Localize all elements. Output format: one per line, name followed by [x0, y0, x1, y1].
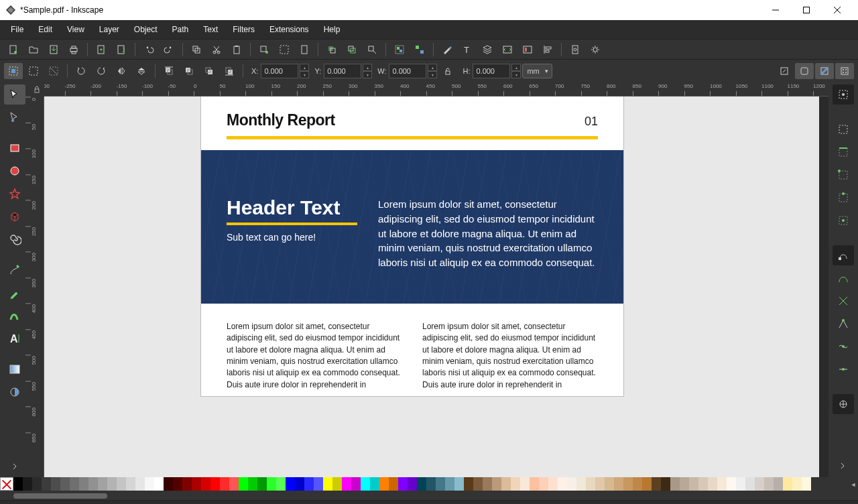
swatch[interactable] — [32, 477, 42, 491]
swatch[interactable] — [802, 477, 811, 491]
swatch[interactable] — [304, 477, 314, 491]
menu-view[interactable]: View — [60, 22, 91, 37]
swatch[interactable] — [736, 477, 745, 491]
swatch[interactable] — [539, 477, 548, 491]
spiral-tool[interactable] — [4, 229, 25, 249]
close-button[interactable] — [822, 0, 853, 20]
swatch[interactable] — [42, 477, 51, 491]
flip-h-button[interactable] — [112, 63, 131, 79]
swatch[interactable] — [60, 477, 70, 491]
paste-button[interactable] — [227, 42, 246, 58]
open-button[interactable] — [24, 42, 43, 58]
redo-button[interactable] — [160, 42, 178, 58]
swatch[interactable] — [98, 477, 107, 491]
swatch[interactable] — [154, 477, 164, 491]
menu-edit[interactable]: Edit — [32, 22, 59, 37]
w-input[interactable] — [389, 64, 426, 78]
document-page[interactable]: Monthly Report 01 Header Text Sub text c… — [201, 97, 623, 396]
swatch[interactable] — [201, 477, 210, 491]
select-in-layers-button[interactable] — [24, 63, 43, 79]
swatch[interactable] — [764, 477, 774, 491]
swatch[interactable] — [698, 477, 708, 491]
swatch[interactable] — [257, 477, 267, 491]
swatch[interactable] — [755, 477, 764, 491]
ruler-left[interactable]: 050100150200250300350400450500550600650 — [29, 97, 44, 477]
gradient-tool[interactable] — [4, 359, 25, 379]
ungroup-button[interactable] — [410, 42, 429, 58]
selector-tool[interactable] — [4, 84, 25, 105]
clone-button[interactable] — [343, 42, 361, 58]
swatch[interactable] — [88, 477, 98, 491]
swatch[interactable] — [276, 477, 286, 491]
swatch[interactable] — [623, 477, 633, 491]
swatch[interactable] — [220, 477, 229, 491]
snap-bbox-mid-button[interactable] — [833, 188, 854, 208]
undo-button[interactable] — [139, 42, 158, 58]
import-button[interactable] — [92, 42, 111, 58]
rect-tool[interactable] — [4, 138, 25, 158]
star-tool[interactable] — [4, 184, 25, 204]
print-button[interactable] — [64, 42, 83, 58]
swatch[interactable] — [79, 477, 88, 491]
snap-bbox-center-button[interactable] — [833, 210, 854, 231]
swatch[interactable] — [117, 477, 126, 491]
y-input[interactable] — [324, 64, 361, 78]
snap-others-button[interactable] — [833, 394, 854, 414]
snap-enable-button[interactable] — [833, 84, 854, 105]
expand-snapbar[interactable] — [833, 457, 854, 477]
swatch[interactable] — [483, 477, 492, 491]
swatch[interactable] — [605, 477, 614, 491]
h-spinner[interactable]: ▴▾ — [511, 64, 521, 78]
vscrollbar[interactable] — [819, 97, 829, 477]
fill-stroke-button[interactable] — [438, 42, 456, 58]
ellipse-tool[interactable] — [4, 161, 25, 181]
swatch[interactable] — [351, 477, 361, 491]
new-doc-button[interactable] — [4, 42, 23, 58]
swatch[interactable] — [454, 477, 464, 491]
bezier-tool[interactable] — [4, 260, 25, 280]
cut-button[interactable] — [207, 42, 226, 58]
unit-select[interactable]: mm — [522, 64, 552, 78]
xml-button[interactable] — [498, 42, 517, 58]
swatch[interactable] — [192, 477, 201, 491]
swatch[interactable] — [126, 477, 135, 491]
deselect-button[interactable] — [44, 63, 63, 79]
snap-cusp-button[interactable] — [833, 314, 854, 334]
rotate-ccw-button[interactable] — [72, 63, 90, 79]
selectors-button[interactable] — [518, 42, 537, 58]
swatch[interactable] — [145, 477, 154, 491]
text-dialog-button[interactable]: T — [458, 42, 477, 58]
swatch[interactable] — [783, 477, 792, 491]
swatch[interactable] — [229, 477, 239, 491]
swatch[interactable] — [408, 477, 417, 491]
menu-path[interactable]: Path — [166, 22, 196, 37]
raise-button[interactable] — [180, 63, 198, 79]
unlink-clone-button[interactable] — [363, 42, 381, 58]
calligraphy-tool[interactable] — [4, 306, 25, 326]
group-button[interactable] — [390, 42, 409, 58]
swatch[interactable] — [323, 477, 332, 491]
swatch[interactable] — [70, 477, 79, 491]
swatch[interactable] — [314, 477, 323, 491]
snap-path-button[interactable] — [833, 268, 854, 288]
swatch[interactable] — [586, 477, 595, 491]
expand-toolbox[interactable] — [4, 457, 25, 477]
swatch[interactable] — [210, 477, 220, 491]
zoom-drawing-button[interactable] — [275, 42, 294, 58]
swatch[interactable] — [51, 477, 60, 491]
snap-midpoint-button[interactable] — [833, 359, 854, 379]
menu-layer[interactable]: Layer — [93, 22, 126, 37]
swatch[interactable] — [389, 477, 398, 491]
x-input[interactable] — [261, 64, 298, 78]
move-gradients-button[interactable] — [815, 63, 834, 79]
swatch[interactable] — [361, 477, 370, 491]
swatch[interactable] — [295, 477, 304, 491]
palette[interactable] — [13, 477, 849, 492]
ruler-top[interactable]: -300-250-200-150-100-5005010015020025030… — [44, 82, 829, 97]
menu-help[interactable]: Help — [317, 22, 347, 37]
swatch[interactable] — [248, 477, 257, 491]
swatch[interactable] — [548, 477, 558, 491]
swatch[interactable] — [379, 477, 389, 491]
pencil-tool[interactable] — [4, 283, 25, 303]
swatch[interactable] — [426, 477, 436, 491]
